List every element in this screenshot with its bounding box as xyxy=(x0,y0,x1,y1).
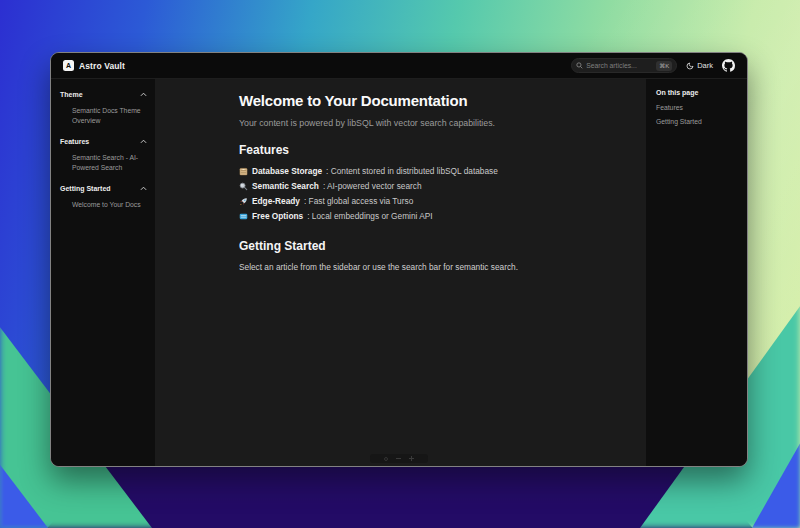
search-box[interactable]: ⌘K xyxy=(571,58,677,73)
feature-term: Free Options xyxy=(252,211,303,221)
search-icon xyxy=(576,62,583,69)
sidebar-section-label: Getting Started xyxy=(60,185,111,192)
features-heading: Features xyxy=(239,143,530,157)
on-this-page-panel: On this page Features Getting Started xyxy=(646,79,747,466)
sidebar-section-label: Features xyxy=(60,138,89,145)
window-body: Theme Semantic Docs Theme Overview Featu… xyxy=(51,79,747,466)
sidebar-section-getting-started: Getting Started Welcome to Your Docs xyxy=(60,185,147,210)
feature-item-semantic-search: Semantic Search: AI-powered vector searc… xyxy=(239,181,530,191)
sidebar-section-theme-header[interactable]: Theme xyxy=(60,91,147,98)
chevron-up-icon xyxy=(140,139,147,144)
brand[interactable]: A Astro Vault xyxy=(63,60,125,71)
sidebar-section-label: Theme xyxy=(60,91,83,98)
app-header: A Astro Vault ⌘K Dark xyxy=(51,53,747,79)
theme-toggle-label: Dark xyxy=(697,61,713,70)
app-window: A Astro Vault ⌘K Dark xyxy=(50,52,748,467)
sidebar-item-welcome-to-your-docs[interactable]: Welcome to Your Docs xyxy=(60,200,147,210)
chevron-up-icon xyxy=(140,92,147,97)
feature-item-database-storage: Database Storage: Content stored in dist… xyxy=(239,166,530,176)
window-bottom-toolbar xyxy=(370,454,428,463)
sidebar-section-getting-started-header[interactable]: Getting Started xyxy=(60,185,147,192)
feature-desc: : AI-powered vector search xyxy=(323,181,422,191)
feature-item-free-options: Free Options: Local embeddings or Gemini… xyxy=(239,211,530,221)
github-icon xyxy=(722,59,735,72)
github-link[interactable] xyxy=(722,59,735,72)
sidebar-item-semantic-docs-theme-overview[interactable]: Semantic Docs Theme Overview xyxy=(60,106,147,125)
theme-toggle-button[interactable]: Dark xyxy=(686,61,713,70)
feature-term: Semantic Search xyxy=(252,181,319,191)
magnifying-glass-emoji xyxy=(239,182,248,191)
zoom-out-button[interactable] xyxy=(396,458,401,459)
getting-started-heading: Getting Started xyxy=(239,239,530,253)
search-input[interactable] xyxy=(586,62,653,69)
pointer-mode-button[interactable] xyxy=(384,457,388,461)
on-this-page-title: On this page xyxy=(656,89,737,96)
feature-desc: : Content stored in distributed libSQL d… xyxy=(326,166,498,176)
search-shortcut-badge: ⌘K xyxy=(656,61,672,71)
main-content: Welcome to Your Documentation Your conte… xyxy=(155,79,646,466)
sidebar-section-theme: Theme Semantic Docs Theme Overview xyxy=(60,91,147,125)
toc-link-getting-started[interactable]: Getting Started xyxy=(656,118,737,125)
feature-desc: : Local embeddings or Gemini API xyxy=(307,211,432,221)
sidebar-section-features-header[interactable]: Features xyxy=(60,138,147,145)
feature-list: Database Storage: Content stored in dist… xyxy=(239,166,530,221)
sidebar-section-features: Features Semantic Search - AI-Powered Se… xyxy=(60,138,147,172)
page-intro: Your content is powered by libSQL with v… xyxy=(239,118,530,128)
feature-term: Database Storage xyxy=(252,166,322,176)
left-sidebar: Theme Semantic Docs Theme Overview Featu… xyxy=(51,79,155,466)
toc-link-features[interactable]: Features xyxy=(656,104,737,111)
feature-desc: : Fast global access via Turso xyxy=(304,196,413,206)
feature-item-edge-ready: Edge-Ready: Fast global access via Turso xyxy=(239,196,530,206)
getting-started-text: Select an article from the sidebar or us… xyxy=(239,262,530,272)
zoom-in-button[interactable] xyxy=(409,456,414,461)
feature-term: Edge-Ready xyxy=(252,196,300,206)
brand-logo: A xyxy=(63,60,74,71)
page-title: Welcome to Your Documentation xyxy=(239,92,530,109)
card-file-box-emoji xyxy=(239,167,248,176)
chevron-up-icon xyxy=(140,186,147,191)
sidebar-item-semantic-search[interactable]: Semantic Search - AI-Powered Search xyxy=(60,153,147,172)
brand-title: Astro Vault xyxy=(79,61,125,71)
moon-icon xyxy=(686,62,694,70)
rocket-emoji xyxy=(239,197,248,206)
free-badge-emoji xyxy=(239,212,248,221)
